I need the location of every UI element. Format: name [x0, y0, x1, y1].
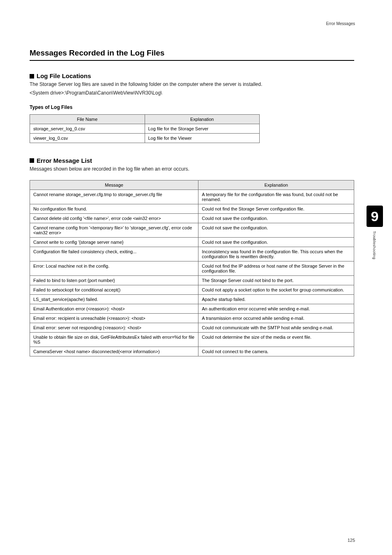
- table-cell: CameraServer <host name> disconnected(<e…: [30, 347, 198, 356]
- table-cell: Apache startup failed.: [198, 295, 354, 304]
- table-cell: The Storage Server could not bind to the…: [198, 276, 354, 285]
- table-cell: Failed to setsockopt for conditional acc…: [30, 285, 198, 295]
- col-explanation: Explanation: [198, 180, 354, 190]
- table-cell: Cannot rename config from '<temporary fi…: [30, 223, 198, 238]
- chapter-label: Troubleshooting: [372, 231, 376, 259]
- table-header-row: Message Explanation: [30, 180, 354, 190]
- table-row: Email Authentication error (<reason>): <…: [30, 304, 354, 314]
- heading-text: Log File Locations: [37, 72, 91, 79]
- log-locations-heading: Log File Locations: [30, 72, 354, 79]
- table-cell: Could not connect to the camera.: [198, 347, 354, 356]
- heading-text: Error Message List: [37, 157, 92, 164]
- table-cell: Could not determine the size of the medi…: [198, 333, 354, 347]
- table-cell: Cannot write to config '{storage server …: [30, 238, 198, 247]
- table-cell: Cannot delete old config '<file name>', …: [30, 214, 198, 223]
- table-cell: LS_start_service(apache) failed.: [30, 295, 198, 304]
- table-row: Cannot delete old config '<file name>', …: [30, 214, 354, 223]
- table-row: Cannot rename config from '<temporary fi…: [30, 223, 354, 238]
- error-list-intro: Messages shown below are recorded in the…: [30, 166, 354, 173]
- main-content: Messages Recorded in the Log Files Log F…: [30, 49, 354, 356]
- table-cell: Email error: recipient is unreachable (<…: [30, 314, 198, 323]
- table-row: Failed to bind to listen port {port numb…: [30, 276, 354, 285]
- table-cell: storage_server_log_0.csv: [30, 124, 145, 133]
- table-row: No configuration file found.Could not fi…: [30, 204, 354, 214]
- table-cell: Email Authentication error (<reason>): <…: [30, 304, 198, 314]
- chapter-number-badge: 9: [367, 206, 383, 227]
- table-cell: Failed to bind to listen port {port numb…: [30, 276, 198, 285]
- log-intro-1: The Storage Server log files are saved i…: [30, 81, 354, 88]
- table-cell: Log file for the Storage Server: [145, 124, 260, 133]
- col-explanation: Explanation: [145, 114, 260, 124]
- table-cell: A transmission error occurred while send…: [198, 314, 354, 323]
- table-cell: A temporary file for the configuration f…: [198, 190, 354, 204]
- page-number: 125: [348, 538, 355, 543]
- table-row: LS_start_service(apache) failed.Apache s…: [30, 295, 354, 304]
- log-files-table: File Name Explanation storage_server_log…: [30, 114, 260, 143]
- table-row: Unable to obtain file size on disk, GetF…: [30, 333, 354, 347]
- col-message: Message: [30, 180, 198, 190]
- table-row: Email error: server not responding (<rea…: [30, 323, 354, 333]
- table-row: Cannot rename storage_server.cfg.tmp to …: [30, 190, 354, 204]
- table-row: Configuration file failed consistency ch…: [30, 247, 354, 261]
- table-row: storage_server_log_0.csvLog file for the…: [30, 124, 260, 133]
- error-messages-table: Message Explanation Cannot rename storag…: [30, 180, 354, 356]
- col-file-name: File Name: [30, 114, 145, 124]
- square-bullet-icon: [30, 158, 34, 163]
- table-cell: Cannot rename storage_server.cfg.tmp to …: [30, 190, 198, 204]
- table-cell: viewer_log_0.csv: [30, 133, 145, 143]
- square-bullet-icon: [30, 74, 34, 79]
- table-cell: Inconsistency was found in the configura…: [198, 247, 354, 261]
- table-cell: Configuration file failed consistency ch…: [30, 247, 198, 261]
- table-header-row: File Name Explanation: [30, 114, 260, 124]
- table-row: Cannot write to config '{storage server …: [30, 238, 354, 247]
- table-cell: An authentication error occurred while s…: [198, 304, 354, 314]
- table-row: CameraServer <host name> disconnected(<e…: [30, 347, 354, 356]
- table-cell: Could not save the configuration.: [198, 214, 354, 223]
- table-row: Email error: recipient is unreachable (<…: [30, 314, 354, 323]
- types-of-log-files-label: Types of Log Files: [30, 104, 354, 110]
- table-row: viewer_log_0.csvLog file for the Viewer: [30, 133, 260, 143]
- table-cell: Could not communicate with the SMTP host…: [198, 323, 354, 333]
- table-cell: Could not find the IP address or host na…: [198, 261, 354, 276]
- section-title: Messages Recorded in the Log Files: [30, 49, 354, 61]
- header-topic: Error Messages: [326, 21, 355, 26]
- chapter-side-tab: 9 Troubleshooting: [367, 206, 383, 259]
- table-row: Error: Local machine not in the config.C…: [30, 261, 354, 276]
- table-cell: Could not apply a socket option to the s…: [198, 285, 354, 295]
- log-intro-2: <System drive>:\ProgramData\Canon\WebVie…: [30, 90, 354, 97]
- table-cell: Error: Local machine not in the config.: [30, 261, 198, 276]
- table-cell: Could not save the configuration.: [198, 238, 354, 247]
- table-cell: Could not find the Storage Server config…: [198, 204, 354, 214]
- table-cell: Unable to obtain file size on disk, GetF…: [30, 333, 198, 347]
- table-cell: No configuration file found.: [30, 204, 198, 214]
- table-cell: Could not save the configuration.: [198, 223, 354, 238]
- error-list-heading: Error Message List: [30, 157, 354, 164]
- table-row: Failed to setsockopt for conditional acc…: [30, 285, 354, 295]
- table-cell: Log file for the Viewer: [145, 133, 260, 143]
- table-cell: Email error: server not responding (<rea…: [30, 323, 198, 333]
